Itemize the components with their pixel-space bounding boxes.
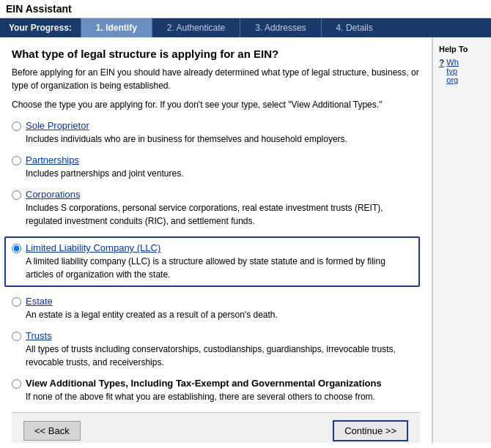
title-bar: EIN Assistant: [0, 0, 491, 18]
radio-sole-proprietor[interactable]: [12, 122, 21, 131]
option-desc-estate: An estate is a legal entity created as a…: [26, 308, 420, 321]
help-icon: ?: [439, 58, 444, 68]
option-title-llc[interactable]: Limited Liability Company (LLC): [26, 242, 160, 253]
bottom-bar: << Back Continue >>: [12, 412, 420, 443]
option-title-partnerships[interactable]: Partnerships: [26, 154, 79, 165]
step-identify[interactable]: 1. Identify: [81, 18, 152, 37]
back-button[interactable]: << Back: [23, 421, 81, 441]
step-details[interactable]: 4. Details: [321, 18, 388, 37]
help-link[interactable]: ? Whtyporg: [439, 58, 485, 84]
option-row-partnerships: PartnershipsIncludes partnerships and jo…: [12, 154, 420, 180]
progress-label: Your Progress:: [0, 18, 81, 37]
option-desc-corporations: Includes S corporations, personal servic…: [26, 201, 420, 228]
option-row-sole-proprietor: Sole ProprietorIncludes individuals who …: [12, 120, 420, 146]
page-question: What type of legal structure is applying…: [12, 48, 420, 60]
option-desc-view-additional: If none of the above fit what you are es…: [26, 390, 420, 403]
option-title-view-additional: View Additional Types, Including Tax-Exe…: [26, 378, 382, 389]
option-content-sole-proprietor: Sole ProprietorIncludes individuals who …: [26, 120, 420, 146]
option-desc-sole-proprietor: Includes individuals who are in business…: [26, 132, 420, 146]
option-title-trusts[interactable]: Trusts: [26, 330, 52, 341]
choose-text: Choose the type you are applying for. If…: [12, 98, 420, 111]
option-title-estate[interactable]: Estate: [26, 296, 53, 307]
option-title-sole-proprietor[interactable]: Sole Proprietor: [26, 120, 89, 131]
continue-button[interactable]: Continue >>: [333, 420, 408, 441]
radio-trusts[interactable]: [12, 332, 21, 341]
option-content-corporations: CorporationsIncludes S corporations, per…: [26, 189, 420, 228]
step-authenticate[interactable]: 2. Authenticate: [152, 18, 240, 37]
option-row-corporations: CorporationsIncludes S corporations, per…: [12, 189, 420, 228]
content-area: What type of legal structure is applying…: [0, 37, 432, 443]
radio-corporations[interactable]: [12, 190, 21, 200]
option-desc-partnerships: Includes partnerships and joint ventures…: [26, 167, 420, 180]
option-row-view-additional: View Additional Types, Including Tax-Exe…: [12, 378, 420, 403]
option-desc-trusts: All types of trusts including conservato…: [26, 343, 420, 369]
radio-llc[interactable]: [12, 244, 21, 253]
radio-estate[interactable]: [12, 297, 21, 307]
options-list: Sole ProprietorIncludes individuals who …: [12, 120, 420, 403]
option-row-estate: EstateAn estate is a legal entity create…: [12, 296, 420, 321]
option-row-trusts: TrustsAll types of trusts including cons…: [12, 330, 420, 369]
option-content-llc: Limited Liability Company (LLC)A limited…: [26, 242, 413, 281]
help-sidebar: Help To ? Whtyporg: [432, 37, 491, 443]
option-content-partnerships: PartnershipsIncludes partnerships and jo…: [26, 154, 420, 180]
option-content-estate: EstateAn estate is a legal entity create…: [26, 296, 420, 321]
step-addresses[interactable]: 3. Addresses: [240, 18, 320, 37]
help-title: Help To: [439, 45, 485, 53]
radio-partnerships[interactable]: [12, 156, 21, 165]
option-row-llc: Limited Liability Company (LLC)A limited…: [4, 236, 420, 287]
help-link-text[interactable]: Whtyporg: [446, 58, 459, 84]
app-title: EIN Assistant: [6, 3, 72, 15]
radio-view-additional[interactable]: [12, 379, 21, 389]
main-layout: What type of legal structure is applying…: [0, 37, 491, 443]
option-title-corporations[interactable]: Corporations: [26, 189, 80, 200]
progress-bar: Your Progress: 1. Identify 2. Authentica…: [0, 18, 491, 37]
option-content-view-additional: View Additional Types, Including Tax-Exe…: [26, 378, 420, 403]
option-content-trusts: TrustsAll types of trusts including cons…: [26, 330, 420, 369]
intro-text: Before applying for an EIN you should ha…: [12, 66, 420, 92]
option-desc-llc: A limited liability company (LLC) is a s…: [26, 255, 413, 281]
